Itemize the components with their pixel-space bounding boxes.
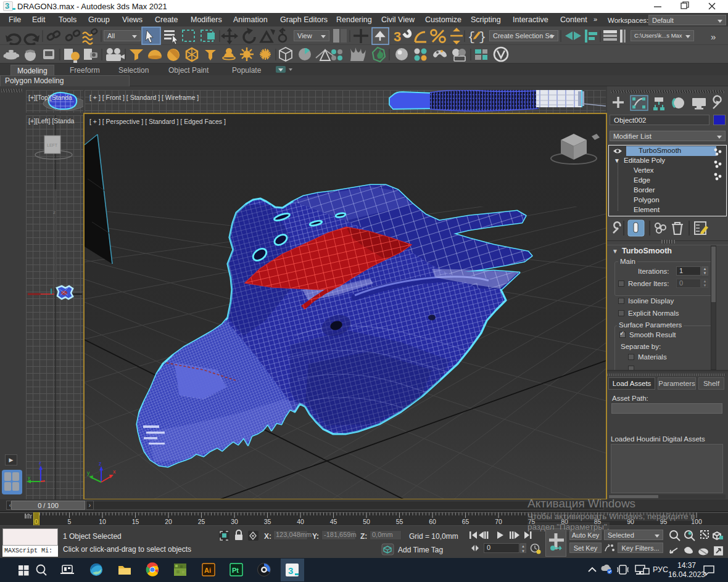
svg-text:35: 35 (264, 518, 271, 525)
svg-text:16.04.2023: 16.04.2023 (668, 570, 705, 579)
svg-text:Pt: Pt (232, 567, 239, 574)
svg-text:40: 40 (297, 518, 304, 525)
svg-text:z: z (39, 460, 41, 465)
svg-text:14:37: 14:37 (677, 561, 696, 570)
svg-text:15: 15 (132, 518, 139, 525)
svg-text:70: 70 (495, 518, 502, 525)
svg-text:Ai: Ai (204, 567, 211, 574)
svg-text:LEFT: LEFT (47, 143, 58, 147)
svg-text:50: 50 (363, 518, 370, 525)
svg-text:45: 45 (330, 518, 337, 525)
svg-text:y: y (87, 470, 90, 476)
svg-text:5: 5 (68, 518, 72, 525)
svg-text:25: 25 (198, 518, 205, 525)
svg-text:30: 30 (231, 518, 238, 525)
svg-text:z: z (99, 461, 102, 467)
svg-text:РУС: РУС (653, 565, 668, 574)
svg-text:55: 55 (396, 518, 403, 525)
svg-text:10: 10 (99, 518, 106, 525)
svg-text:»: » (711, 31, 716, 42)
svg-text:20: 20 (165, 518, 172, 525)
svg-text:60: 60 (429, 518, 436, 525)
svg-text:z: z (53, 210, 56, 215)
svg-text:y: y (28, 475, 30, 480)
svg-text:3: 3 (394, 29, 401, 44)
svg-text:65: 65 (462, 518, 469, 525)
svg-text:3: 3 (288, 565, 293, 576)
svg-text:{: { (468, 30, 475, 44)
svg-text:x: x (113, 469, 116, 475)
svg-text:0: 0 (35, 518, 38, 525)
